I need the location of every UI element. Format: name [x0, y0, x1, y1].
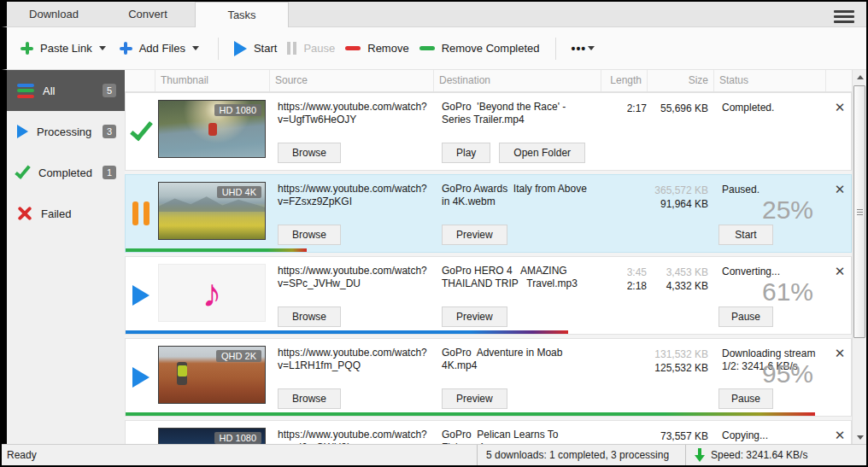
close-icon[interactable]: ✕: [835, 264, 846, 278]
sidebar-item-label: Failed: [41, 207, 71, 220]
scrollbar-thumb[interactable]: [853, 85, 865, 338]
downloads-summary: 5 downloads: 1 completed, 3 processing: [477, 445, 685, 465]
browse-button[interactable]: Browse: [278, 388, 341, 409]
source-url: https://www.youtube.com/watch?v=zvI0zrOW…: [278, 429, 430, 444]
destination-filename: GoPro Pelican Learns To Fish.mp4: [442, 429, 597, 444]
length-total: 3:45: [602, 266, 647, 279]
progress-bar: [126, 330, 568, 334]
music-note-icon: ♪: [202, 273, 222, 312]
status-text: Copying...: [722, 429, 824, 442]
remove-button[interactable]: Remove: [340, 37, 413, 60]
status-text: Completed.: [722, 102, 824, 114]
x-mark-icon: [17, 206, 32, 221]
scroll-up-icon[interactable]: [853, 70, 866, 84]
status-text: Converting...: [722, 266, 824, 278]
source-url: https://www.youtube.com/watch?v=L1RH1fm_…: [278, 347, 430, 372]
header-size: Size: [648, 70, 714, 91]
table-row[interactable]: HD 1080 https://www.youtube.com/watch?v=…: [125, 92, 852, 171]
ellipsis-icon: •••: [572, 42, 587, 55]
vertical-scrollbar[interactable]: [852, 70, 866, 444]
header-icon-column: [125, 70, 155, 91]
table-row[interactable]: QHD 2K https://www.youtube.com/watch?v=L…: [125, 338, 852, 417]
sidebar-item-failed[interactable]: Failed: [7, 193, 125, 234]
status-ready-text: Ready: [2, 449, 477, 461]
main-area: All 5 Processing 3 Completed 1 Failed: [2, 70, 866, 444]
size-total: 3,453 KB: [648, 266, 708, 279]
play-icon: [17, 125, 28, 138]
pause-task-button[interactable]: Pause: [718, 388, 773, 409]
start-task-button[interactable]: Start: [718, 225, 773, 245]
sidebar-item-label: Processing: [37, 126, 91, 138]
table-row[interactable]: HD 1080 https://www.youtube.com/watch?v=…: [125, 420, 852, 444]
destination-filename: GoPro Adventure in Moab 4K.mp4: [442, 347, 597, 372]
table-row[interactable]: ♪ https://www.youtube.com/watch?v=SPc_JV…: [125, 256, 852, 335]
sidebar-item-label: Completed: [38, 166, 92, 179]
quality-badge: UHD 4K: [217, 186, 261, 198]
size-total: 131,532 KB: [648, 347, 708, 361]
size-value: 55,696 KB: [648, 102, 708, 115]
pause-label: Pause: [303, 42, 335, 55]
size-value: 73,557 KB: [648, 429, 708, 443]
browse-button[interactable]: Browse: [278, 225, 341, 245]
close-icon[interactable]: ✕: [835, 346, 846, 360]
start-button[interactable]: Start: [229, 36, 282, 61]
scrollbar-grip: [857, 207, 863, 217]
sidebar: All 5 Processing 3 Completed 1 Failed: [7, 70, 125, 444]
audio-thumbnail: ♪: [158, 264, 266, 322]
close-icon[interactable]: ✕: [835, 100, 846, 114]
menu-icon[interactable]: [834, 8, 854, 26]
start-label: Start: [254, 42, 277, 55]
play-file-button[interactable]: Play: [442, 143, 490, 163]
play-icon: [234, 41, 247, 56]
speed-text: Speed: 3241.64 KB/s: [711, 449, 807, 461]
task-table: Thumbnail Source Destination Length Size…: [125, 70, 866, 444]
paste-link-button[interactable]: Paste Link: [15, 37, 97, 60]
progress-percent: 25%: [762, 196, 813, 225]
open-folder-button[interactable]: Open Folder: [499, 143, 585, 163]
toolbar-separator: [555, 38, 556, 60]
video-thumbnail: UHD 4K: [158, 182, 266, 240]
add-files-button[interactable]: Add Files: [114, 37, 191, 60]
tab-convert[interactable]: Convert: [101, 2, 195, 26]
size-total: 365,572 KB: [648, 184, 708, 197]
remove-completed-label: Remove Completed: [442, 42, 540, 55]
length-value: 2:18: [602, 279, 647, 293]
progress-bar: [126, 412, 815, 416]
size-value: 4,332 KB: [648, 279, 708, 293]
sidebar-item-all[interactable]: All 5: [7, 70, 125, 111]
sidebar-item-processing[interactable]: Processing 3: [7, 111, 125, 152]
scroll-down-icon[interactable]: [853, 430, 866, 444]
header-destination: Destination: [434, 70, 601, 91]
progress-bar: [126, 248, 307, 252]
remove-completed-button[interactable]: Remove Completed: [414, 37, 545, 60]
app-window: Download Convert Tasks Paste Link Add Fi…: [0, 0, 868, 467]
add-files-dropdown-icon[interactable]: [192, 46, 199, 50]
table-row[interactable]: UHD 4K https://www.youtube.com/watch?v=F…: [125, 174, 852, 253]
video-thumbnail: HD 1080: [158, 428, 266, 444]
pause-icon: [287, 42, 296, 55]
tab-tasks[interactable]: Tasks: [195, 2, 289, 27]
video-thumbnail: QHD 2K: [158, 346, 266, 404]
destination-filename: GoPro 'Beyond the Race' - Series Trailer…: [442, 101, 597, 126]
header-close-column: [826, 70, 852, 91]
sidebar-item-completed[interactable]: Completed 1: [7, 152, 125, 193]
toolbar-separator: [218, 38, 219, 60]
pause-button[interactable]: Pause: [282, 37, 340, 60]
close-icon[interactable]: ✕: [835, 182, 846, 196]
browse-button[interactable]: Browse: [278, 306, 341, 327]
paste-link-dropdown-icon[interactable]: [99, 46, 106, 50]
tab-download[interactable]: Download: [7, 2, 101, 26]
pause-task-button[interactable]: Pause: [718, 306, 773, 327]
preview-button[interactable]: Preview: [442, 388, 507, 409]
preview-button[interactable]: Preview: [442, 306, 507, 327]
source-url: https://www.youtube.com/watch?v=SPc_JVHw…: [278, 265, 430, 290]
download-speed-icon: [695, 448, 705, 462]
browse-button[interactable]: Browse: [278, 143, 341, 163]
table-header: Thumbnail Source Destination Length Size…: [125, 70, 852, 92]
preview-button[interactable]: Preview: [442, 225, 507, 245]
task-rows: HD 1080 https://www.youtube.com/watch?v=…: [125, 92, 852, 444]
close-icon[interactable]: ✕: [835, 428, 846, 442]
all-tasks-icon: [17, 81, 34, 100]
header-status: Status: [714, 70, 826, 91]
more-dropdown-icon[interactable]: [588, 46, 595, 50]
